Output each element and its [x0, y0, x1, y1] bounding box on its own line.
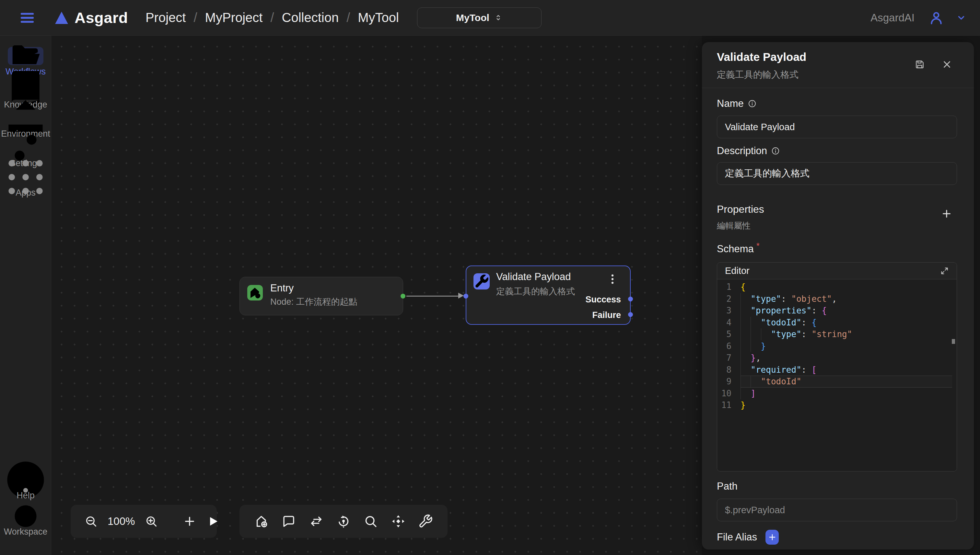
- run-workflow-button[interactable]: [206, 515, 220, 528]
- left-sidebar: WorkflowsKnowledgeEnvironmentSettingsApp…: [0, 35, 51, 555]
- tool-select-dropdown[interactable]: MyTool: [417, 8, 542, 28]
- kebab-menu-icon[interactable]: [606, 273, 619, 286]
- line-number: 1: [717, 281, 740, 293]
- sidebar-item-label: Workspace: [0, 527, 51, 537]
- add-node-button[interactable]: [183, 515, 196, 528]
- code-area[interactable]: 1{2"type": "object",3"properties": {4"to…: [717, 279, 957, 471]
- info-icon[interactable]: [748, 99, 757, 108]
- code-line-4: 4"todoId": {: [717, 317, 957, 329]
- line-number: 3: [717, 305, 740, 317]
- line-number: 6: [717, 340, 740, 352]
- zoom-in-icon[interactable]: [145, 515, 158, 528]
- indent-guide: [740, 352, 751, 364]
- house-plus-icon[interactable]: [254, 514, 269, 529]
- node-entry[interactable]: Entry Node: 工作流程的起點: [240, 277, 403, 315]
- info-icon[interactable]: [771, 146, 780, 156]
- edge-entry-to-validate: [406, 296, 460, 297]
- sidebar-item-workspace[interactable]: Workspace: [0, 507, 51, 537]
- line-content: },: [740, 352, 952, 364]
- node-title: Entry: [270, 282, 294, 294]
- name-input[interactable]: [717, 115, 957, 138]
- code-token: }: [751, 352, 756, 364]
- panel-title: Validate Payload: [717, 51, 806, 63]
- code-token: "string": [811, 328, 852, 340]
- entry-output-port[interactable]: [401, 294, 406, 298]
- indent-guide: [761, 328, 771, 340]
- gear-icon: [0, 507, 51, 525]
- wrench-icon[interactable]: [418, 514, 433, 529]
- code-token: {: [822, 305, 827, 317]
- breadcrumb: Project/MyProject/Collection/MyTool: [145, 10, 399, 25]
- breadcrumb-item-mytool[interactable]: MyTool: [358, 10, 399, 25]
- grid-dots-icon: [0, 168, 51, 186]
- name-field-label: Name: [717, 98, 757, 109]
- panel-divider: [702, 88, 974, 88]
- indent-guide: [751, 317, 761, 329]
- indent-guide: [740, 317, 751, 329]
- code-line-6: 6}: [717, 340, 957, 352]
- indent-guide: [740, 388, 751, 399]
- breadcrumb-item-project[interactable]: Project: [145, 10, 186, 25]
- code-token: }: [761, 340, 766, 352]
- tools-toolbar: [240, 505, 447, 538]
- chevron-down-icon[interactable]: [955, 12, 967, 24]
- line-number: 10: [717, 388, 740, 399]
- save-icon[interactable]: [914, 59, 925, 70]
- line-number: 7: [717, 352, 740, 364]
- line-content: "required": [: [740, 364, 952, 376]
- line-content: ]: [740, 388, 952, 399]
- indent-guide: [751, 328, 761, 340]
- zoom-out-icon[interactable]: [84, 515, 98, 528]
- breadcrumb-separator: /: [346, 10, 350, 25]
- breadcrumb-item-myproject[interactable]: MyProject: [205, 10, 263, 25]
- close-icon[interactable]: [941, 59, 953, 70]
- comment-icon[interactable]: [281, 514, 296, 529]
- line-number: 11: [717, 399, 740, 411]
- code-line-11: 11}: [717, 399, 957, 411]
- hamburger-icon[interactable]: [19, 10, 35, 26]
- breadcrumb-item-collection[interactable]: Collection: [282, 10, 339, 25]
- code-token: "type": [751, 293, 781, 305]
- search-icon[interactable]: [363, 514, 378, 529]
- line-number: 4: [717, 317, 740, 329]
- code-line-2: 2"type": "object",: [717, 293, 957, 305]
- code-line-8: 8"required": [: [717, 364, 957, 376]
- indent-guide: [740, 293, 751, 305]
- validate-input-port[interactable]: [463, 294, 468, 298]
- path-input[interactable]: [717, 499, 957, 521]
- code-token: ,: [832, 293, 837, 305]
- line-content: "type": "object",: [740, 293, 952, 305]
- navbar-right: AsgardAI: [871, 10, 980, 26]
- node-subtitle: Node: 工作流程的起點: [270, 296, 357, 308]
- file-alias-row: File Alias: [717, 530, 779, 545]
- line-content: "type": "string": [740, 328, 952, 340]
- node-config-panel: Validate Payload 定義工具的輸入格式 Name Descript…: [702, 42, 974, 550]
- swap-arrows-icon[interactable]: [309, 514, 324, 529]
- file-alias-label: File Alias: [717, 531, 757, 543]
- code-token: "todoId": [761, 376, 801, 387]
- node-validate-payload[interactable]: Validate Payload 定義工具的輸入格式 Success Failu…: [466, 266, 631, 325]
- code-token: "type": [771, 328, 801, 340]
- line-content: "properties": {: [740, 305, 952, 317]
- schema-editor: Editor 1{2"type": "object",3"properties"…: [717, 262, 957, 472]
- panel-subtitle: 定義工具的輸入格式: [717, 69, 798, 81]
- description-input[interactable]: [717, 162, 957, 185]
- code-token: :: [801, 328, 811, 340]
- success-output-port[interactable]: [628, 297, 633, 302]
- edge-arrowhead: [458, 293, 464, 298]
- code-token: }: [740, 399, 746, 411]
- rotate-pin-icon[interactable]: [336, 514, 351, 529]
- move-diamond-icon[interactable]: [391, 514, 406, 529]
- code-token: [: [811, 364, 817, 376]
- add-file-alias-button[interactable]: [766, 530, 779, 545]
- editor-scrollbar-thumb[interactable]: [952, 339, 955, 344]
- add-property-button[interactable]: [941, 208, 953, 220]
- code-line-10: 10]: [717, 388, 957, 399]
- sidebar-item-apps[interactable]: Apps: [0, 168, 51, 198]
- person-icon[interactable]: [928, 10, 945, 26]
- expand-icon[interactable]: [940, 266, 949, 275]
- line-content: {: [740, 281, 952, 293]
- asgard-logo-icon: [53, 10, 70, 26]
- failure-output-port[interactable]: [628, 312, 633, 317]
- breadcrumb-separator: /: [270, 10, 274, 25]
